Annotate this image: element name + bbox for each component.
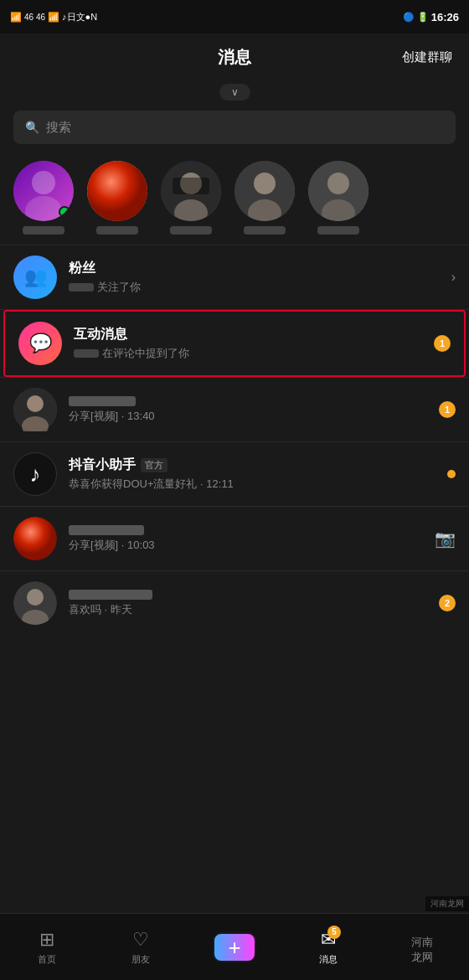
user1-name-row: [69, 396, 427, 406]
status-left: 📶 46 46 📶 ♪日文●N: [10, 11, 97, 23]
fans-icon: 👥: [24, 266, 47, 288]
page-title: 消息: [218, 46, 251, 69]
fans-sub: 关注了你: [69, 280, 440, 295]
messages-icon-wrapper: ✉ 5: [321, 929, 336, 951]
nav-messages[interactable]: ✉ 5 消息: [281, 929, 375, 966]
avatar-svg-5: [308, 161, 368, 221]
plus-icon: +: [228, 936, 240, 958]
interact-avatar: 💬: [18, 322, 62, 365]
story-name-blurred-4: [244, 226, 286, 235]
user2-name-row: [69, 525, 423, 535]
camera-icon: 📷: [435, 529, 456, 549]
status-bar: 📶 46 46 📶 ♪日文●N 🔵 🔋 16:26: [0, 0, 469, 34]
user1-avatar-svg: [13, 388, 57, 431]
story-name-blurred-3: [170, 226, 212, 235]
tiktok-name: 抖音小助手: [69, 456, 136, 474]
message-item-user1[interactable]: 分享[视频] · 13:40 1: [0, 378, 469, 441]
message-list: 👥 粉丝 关注了你 › 💬 互动消息 在评论中提到了你: [0, 245, 469, 635]
user1-content: 分享[视频] · 13:40: [69, 396, 427, 424]
story-name-blurred-2: [96, 226, 138, 235]
story-avatar-5: [308, 161, 368, 221]
status-right: 🔵 🔋 16:26: [403, 11, 459, 23]
messages-nav-badge: 5: [327, 926, 341, 939]
avatar-svg-2: [87, 161, 147, 221]
user3-content: 喜欢吗 · 昨天: [69, 590, 427, 617]
friends-icon: ♡: [132, 929, 149, 951]
search-bar[interactable]: 🔍 搜索: [13, 111, 456, 144]
story-item-1[interactable]: [13, 161, 74, 235]
story-row: [0, 151, 469, 245]
tiktok-sub: 恭喜你获得DOU+流量好礼 · 12:11: [69, 477, 436, 492]
svg-point-19: [27, 589, 44, 606]
header: 消息 创建群聊: [0, 34, 469, 80]
user2-avatar: [13, 517, 57, 560]
message-item-user3[interactable]: 喜欢吗 · 昨天 2: [0, 571, 469, 635]
user2-sub: 分享[视频] · 10:03: [69, 538, 423, 553]
nav-henan[interactable]: 河南龙网: [375, 930, 469, 965]
interact-sub-text: 在评论中提到了你: [102, 346, 189, 361]
message-item-tiktok[interactable]: ♪ 抖音小助手 官方 恭喜你获得DOU+流量好礼 · 12:11: [0, 442, 469, 506]
bottom-nav: ⊞ 首页 ♡ 朋友 + ✉ 5 消息 河南龙网: [0, 913, 469, 980]
dropdown-button[interactable]: ∨: [219, 84, 250, 101]
fans-name: 粉丝: [69, 260, 95, 277]
nav-plus[interactable]: +: [188, 932, 281, 962]
wifi-icon: 📶: [48, 12, 59, 23]
chevron-down-icon: ∨: [231, 86, 239, 98]
interact-name: 互动消息: [74, 326, 127, 343]
tiktok-avatar: ♪: [13, 452, 57, 496]
home-label: 首页: [38, 953, 56, 966]
nav-home[interactable]: ⊞ 首页: [0, 929, 94, 966]
user3-name-blurred: [69, 590, 152, 600]
story-name-blurred-5: [317, 226, 359, 235]
user1-badge: 1: [439, 401, 456, 418]
interact-badge: 1: [434, 335, 451, 352]
user3-avatar-svg: [13, 581, 57, 625]
fans-sub-blurred: [69, 283, 94, 291]
nav-friends[interactable]: ♡ 朋友: [94, 929, 188, 966]
user3-name-row: [69, 590, 427, 600]
interact-name-row: 互动消息: [74, 326, 422, 343]
story-item-5[interactable]: [308, 161, 368, 235]
story-avatar-2: [87, 161, 147, 221]
story-item-3[interactable]: [161, 161, 221, 235]
henan-watermark: 河南龙网: [425, 896, 469, 911]
tiktok-right: [447, 470, 456, 478]
fans-sub-text: 关注了你: [97, 280, 141, 295]
network-label: 46 46: [24, 13, 45, 22]
fans-content: 粉丝 关注了你: [69, 260, 440, 295]
tiktok-sub-text: 恭喜你获得DOU+流量好礼 · 12:11: [69, 477, 234, 492]
message-item-fans[interactable]: 👥 粉丝 关注了你 ›: [0, 245, 469, 309]
create-group-button[interactable]: 创建群聊: [402, 49, 452, 65]
signal-icon: 📶: [10, 12, 22, 23]
story-item-4[interactable]: [234, 161, 295, 235]
official-tag: 官方: [141, 458, 168, 472]
user2-name-blurred: [69, 525, 144, 535]
search-input[interactable]: 搜索: [46, 120, 71, 136]
henan-icon: 河南龙网: [411, 935, 433, 965]
message-item-user2[interactable]: 分享[视频] · 10:03 📷: [0, 507, 469, 570]
bluetooth-icon: 🔵: [403, 12, 415, 23]
svg-rect-7: [173, 178, 209, 194]
tiktok-content: 抖音小助手 官方 恭喜你获得DOU+流量好礼 · 12:11: [69, 456, 436, 492]
user1-sub-text: 分享[视频] · 13:40: [69, 409, 155, 424]
user2-right: 📷: [435, 529, 456, 549]
fans-name-row: 粉丝: [69, 260, 440, 277]
svg-rect-17: [13, 517, 57, 560]
story-avatar-4: [234, 161, 295, 221]
user3-badge: 2: [439, 595, 456, 611]
dropdown-row: ∨: [0, 80, 469, 104]
chevron-right-icon: ›: [451, 270, 456, 285]
svg-point-15: [27, 395, 44, 412]
plus-button[interactable]: +: [213, 932, 256, 962]
svg-rect-3: [87, 161, 147, 221]
messages-label: 消息: [319, 953, 338, 966]
user1-right: 1: [439, 401, 456, 418]
story-item-2[interactable]: [87, 161, 147, 235]
search-icon: 🔍: [25, 121, 39, 134]
story-name-blurred-1: [23, 226, 64, 235]
battery-icon: 🔋: [417, 12, 429, 23]
user2-avatar-svg: [13, 517, 57, 560]
user2-content: 分享[视频] · 10:03: [69, 525, 423, 553]
user3-sub-text: 喜欢吗 · 昨天: [69, 602, 132, 617]
message-item-interact[interactable]: 💬 互动消息 在评论中提到了你 1: [3, 310, 466, 377]
